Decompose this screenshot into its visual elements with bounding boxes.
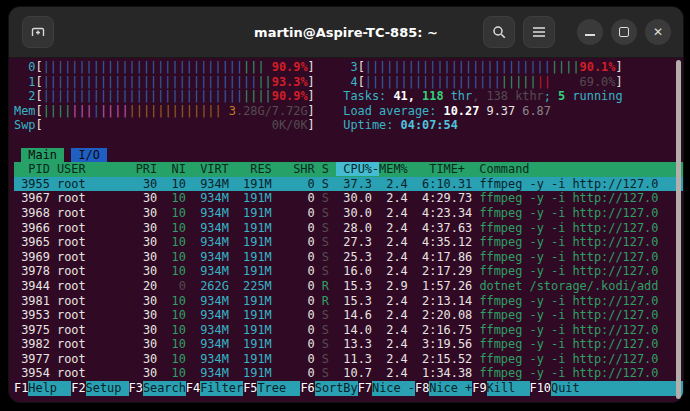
process-row-3955[interactable]: 3955 root 30 10 934M 191M 0 S 37.3 2.4 6…: [14, 177, 683, 192]
fkey-action-setup[interactable]: Setup: [86, 381, 129, 396]
tab-io[interactable]: I/O: [71, 148, 107, 162]
process-row-3977[interactable]: 3977 root 30 10 934M 191M 0 S 11.3 2.4 2…: [14, 352, 683, 367]
new-tab-icon: [30, 24, 46, 40]
fkey-f5[interactable]: F5: [243, 381, 257, 396]
scrollbar-thumb[interactable]: [676, 60, 681, 399]
fkey-action-tree[interactable]: Tree: [257, 381, 300, 396]
fkey-f6[interactable]: F6: [300, 381, 314, 396]
fkey-f9[interactable]: F9: [472, 381, 486, 396]
meter-row-3: Mem[||||||||||||||||||||||||| 3.28G/7.72…: [14, 104, 683, 119]
meter-row-1: 1[||||||||||||||||||||||||||||||||93.3%]…: [14, 75, 683, 90]
fkey-f8[interactable]: F8: [415, 381, 429, 396]
maximize-icon: [619, 27, 629, 37]
process-row-3981[interactable]: 3981 root 30 10 934M 191M 0 R 15.3 2.4 2…: [14, 294, 683, 309]
process-row-3966[interactable]: 3966 root 30 10 934M 191M 0 S 28.0 2.4 4…: [14, 221, 683, 236]
menu-button[interactable]: [523, 16, 555, 48]
process-row-3967[interactable]: 3967 root 30 10 934M 191M 0 S 30.0 2.4 4…: [14, 191, 683, 206]
hamburger-menu-icon: [532, 26, 546, 38]
fkey-action-search[interactable]: Search: [143, 381, 186, 396]
meter-row-4: Swp[ 0K/0K]Uptime: 04:07:54: [14, 118, 683, 133]
fkey-f4[interactable]: F4: [186, 381, 200, 396]
process-row-3975[interactable]: 3975 root 30 10 934M 191M 0 S 14.0 2.4 2…: [14, 323, 683, 338]
fkey-action-kill[interactable]: Kill: [487, 381, 530, 396]
fkey-f3[interactable]: F3: [129, 381, 143, 396]
process-row-3968[interactable]: 3968 root 30 10 934M 191M 0 S 30.0 2.4 4…: [14, 206, 683, 221]
terminal-content[interactable]: 0[||||||||||||||||||||||||||||||| 90.9%]…: [9, 58, 683, 403]
process-table-header[interactable]: PID USER PRI NI VIRT RES SHR S CPU%-MEM%…: [14, 162, 683, 177]
fkey-f1[interactable]: F1: [14, 381, 28, 396]
function-key-bar: F1Help F2Setup F3SearchF4FilterF5Tree F6…: [14, 381, 683, 396]
fkey-action-quit[interactable]: Quit: [551, 381, 683, 396]
process-row-3953[interactable]: 3953 root 30 10 934M 191M 0 S 14.6 2.4 2…: [14, 308, 683, 323]
search-icon: [492, 25, 507, 40]
titlebar[interactable]: martin@Aspire-TC-885: ~ ✕: [9, 7, 683, 58]
cpu-meter-3: 3[||||||||||||||||||||||||||||||90.1%]: [343, 60, 622, 75]
meter-row-0: 0[||||||||||||||||||||||||||||||| 90.9%]…: [14, 60, 683, 75]
process-row-3982[interactable]: 3982 root 30 10 934M 191M 0 S 13.3 2.4 3…: [14, 337, 683, 352]
search-button[interactable]: [483, 16, 515, 48]
process-row-3954[interactable]: 3954 root 30 10 934M 191M 0 S 10.7 2.4 1…: [14, 366, 683, 381]
screen-tabs: Main I/O: [14, 148, 683, 163]
fkey-f10[interactable]: F10: [530, 381, 551, 396]
fkey-action-help[interactable]: Help: [28, 381, 71, 396]
fkey-action-sortby[interactable]: SortBy: [315, 381, 358, 396]
close-icon: ✕: [653, 26, 663, 38]
fkey-f7[interactable]: F7: [358, 381, 372, 396]
fkey-action-filter[interactable]: Filter: [200, 381, 243, 396]
meter-row-2: 2[||||||||||||||||||||||||||||||||90.9%]…: [14, 89, 683, 104]
process-row-3969[interactable]: 3969 root 30 10 934M 191M 0 S 25.3 2.4 4…: [14, 250, 683, 265]
process-row-3944[interactable]: 3944 root 20 0 262G 225M 0 R 15.3 2.9 1:…: [14, 279, 683, 294]
fkey-f2[interactable]: F2: [71, 381, 85, 396]
minimize-icon: [585, 34, 595, 36]
fkey-action-nice-[interactable]: Nice -: [372, 381, 415, 396]
process-row-3965[interactable]: 3965 root 30 10 934M 191M 0 S 27.3 2.4 4…: [14, 235, 683, 250]
tasks-line: Tasks: 41, 118 thr, 138 kthr; 5 running: [343, 89, 622, 104]
close-button[interactable]: ✕: [645, 19, 671, 45]
blank-row: [14, 133, 683, 148]
maximize-button[interactable]: [611, 19, 637, 45]
load-average-line: Load average: 10.27 9.37 6.87: [343, 104, 551, 119]
new-tab-button[interactable]: [22, 16, 54, 48]
fkey-action-nice-[interactable]: Nice +: [429, 381, 472, 396]
process-row-3978[interactable]: 3978 root 30 10 934M 191M 0 S 16.0 2.4 2…: [14, 264, 683, 279]
desktop: { "window": { "title": "martin@Aspire-TC…: [0, 0, 690, 411]
terminal-window: martin@Aspire-TC-885: ~ ✕ 0[||||||||||||…: [8, 6, 684, 403]
uptime-line: Uptime: 04:07:54: [343, 118, 458, 133]
cpu-meter-4: 4[|||||||||||||||||||||||||| 69.0%]: [343, 75, 622, 90]
tab-main[interactable]: Main: [21, 148, 64, 162]
minimize-button[interactable]: [577, 19, 603, 45]
